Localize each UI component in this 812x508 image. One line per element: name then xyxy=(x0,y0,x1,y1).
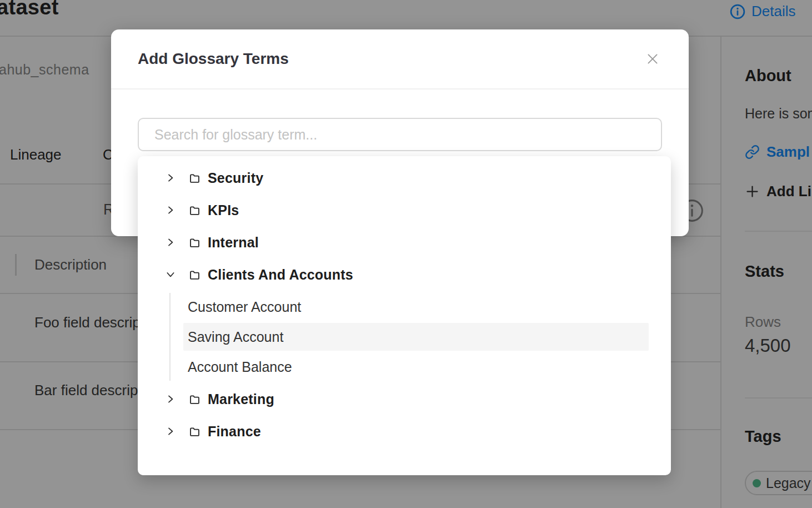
glossary-term-saving-account[interactable]: Saving Account xyxy=(183,323,649,351)
folder-icon xyxy=(189,269,201,281)
glossary-group-security[interactable]: Security xyxy=(138,162,671,194)
glossary-term-label: Customer Account xyxy=(188,299,301,315)
folder-icon xyxy=(189,394,201,405)
glossary-search-input[interactable] xyxy=(138,118,662,151)
folder-icon xyxy=(189,237,201,248)
glossary-group-internal[interactable]: Internal xyxy=(138,226,671,258)
glossary-group-label: Clients And Accounts xyxy=(208,267,353,283)
chevron-right-icon[interactable] xyxy=(166,394,176,404)
glossary-group-label: KPIs xyxy=(208,202,239,218)
glossary-group-finance[interactable]: Finance xyxy=(138,415,671,447)
glossary-term-label: Account Balance xyxy=(188,359,292,375)
glossary-group-kpis[interactable]: KPIs xyxy=(138,194,671,226)
chevron-right-icon[interactable] xyxy=(166,237,176,247)
glossary-group-marketing[interactable]: Marketing xyxy=(138,383,671,415)
chevron-right-icon[interactable] xyxy=(166,205,176,215)
glossary-group-label: Security xyxy=(208,170,263,186)
folder-icon xyxy=(189,205,201,216)
chevron-right-icon[interactable] xyxy=(166,426,176,436)
modal-header: Add Glossary Terms xyxy=(111,29,689,89)
glossary-term-customer-account[interactable]: Customer Account xyxy=(183,293,649,321)
chevron-down-icon[interactable] xyxy=(166,270,176,280)
glossary-group-clients-and-accounts[interactable]: Clients And Accounts xyxy=(138,258,671,291)
chevron-right-icon[interactable] xyxy=(166,173,176,183)
glossary-children-group: Customer Account Saving Account Account … xyxy=(169,293,671,381)
glossary-group-label: Internal xyxy=(208,235,259,251)
glossary-tree-dropdown: Security KPIs Internal Clients And Accou… xyxy=(138,156,671,475)
folder-icon xyxy=(189,426,201,437)
modal-title: Add Glossary Terms xyxy=(138,50,289,68)
glossary-group-label: Marketing xyxy=(208,391,274,407)
glossary-term-label: Saving Account xyxy=(188,329,283,345)
close-icon[interactable] xyxy=(643,49,662,68)
folder-icon xyxy=(189,172,201,184)
glossary-group-label: Finance xyxy=(208,424,261,440)
glossary-term-account-balance[interactable]: Account Balance xyxy=(183,353,649,381)
